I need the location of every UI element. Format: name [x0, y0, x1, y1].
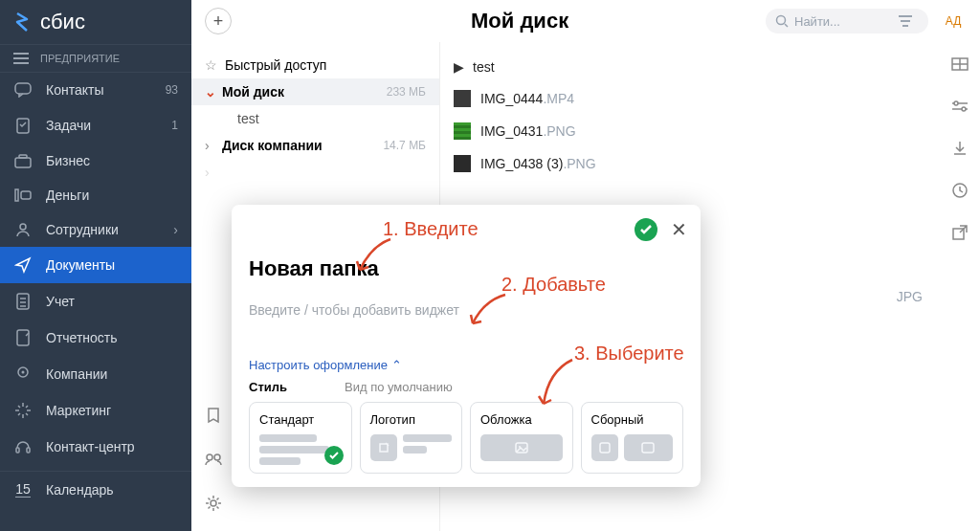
file-thumbnail [454, 122, 471, 140]
svg-point-16 [211, 500, 216, 506]
configure-label: Настроить оформление [249, 358, 388, 372]
nav-label: Документы [46, 257, 115, 273]
nav-label: Календарь [46, 482, 114, 498]
search-input[interactable]: Найти... [766, 9, 928, 33]
people-icon [14, 222, 32, 237]
chat-icon [14, 82, 32, 98]
calendar-date: 15 [15, 481, 31, 498]
tree-size: 14.7 МБ [383, 139, 426, 152]
style-card-standard[interactable]: Стандарт [249, 402, 352, 474]
sidebar-item-documents[interactable]: Документы [0, 247, 191, 283]
nav-label: Отчетность [46, 330, 118, 345]
nav-label: Учет [46, 294, 75, 309]
svg-point-19 [962, 107, 966, 111]
default-view-label: Вид по умолчанию [345, 380, 453, 394]
svg-point-13 [777, 16, 786, 25]
org-selector[interactable]: ПРЕДПРИЯТИЕ [0, 44, 191, 73]
sidebar-item-accounting[interactable]: Учет [0, 283, 191, 320]
gear-icon[interactable] [205, 495, 222, 512]
sidebar-item-contacts[interactable]: Контакты93 [0, 73, 191, 107]
style-label: Стиль [249, 380, 287, 394]
style-card-logo[interactable]: Логотип [360, 402, 463, 474]
chevron-down-icon: ⌄ [205, 84, 218, 100]
headset-icon [14, 438, 32, 455]
tasks-icon [15, 117, 31, 134]
external-link-icon[interactable] [949, 222, 970, 243]
file-name: test [473, 59, 495, 75]
card-title: Сборный [591, 412, 674, 427]
settings-sliders-icon[interactable] [949, 96, 970, 117]
add-button[interactable]: + [205, 8, 232, 34]
history-icon[interactable] [949, 180, 970, 201]
sidebar-item-calendar[interactable]: 15Календарь [0, 471, 191, 507]
svg-rect-3 [19, 155, 27, 158]
report-icon [15, 329, 31, 346]
sidebar-item-contact-center[interactable]: Контакт-центр [0, 429, 191, 465]
view-actions [205, 407, 222, 512]
app-name: сбис [40, 10, 85, 34]
right-tools [949, 54, 970, 243]
svg-point-10 [22, 371, 25, 374]
file-item[interactable]: IMG_0444.MP4 [440, 82, 980, 115]
close-button[interactable]: ✕ [671, 220, 687, 239]
file-name: IMG_0438 (3) [480, 156, 563, 171]
svg-rect-25 [642, 443, 654, 453]
svg-rect-0 [15, 83, 31, 94]
bookmark-icon[interactable] [205, 407, 222, 424]
sidebar-item-money[interactable]: Деньги [0, 178, 191, 212]
file-item[interactable]: IMG_0438 (3).PNG [440, 147, 980, 180]
sidebar-item-marketing[interactable]: Маркетинг [0, 392, 191, 429]
modal-title[interactable]: Новая папка [249, 256, 683, 281]
sidebar-item-business[interactable]: Бизнес [0, 144, 191, 178]
style-card-combined[interactable]: Сборный [581, 402, 684, 474]
tree-item-hidden[interactable]: › [191, 159, 439, 186]
download-icon[interactable] [949, 138, 970, 159]
style-card-cover[interactable]: Обложка [470, 402, 573, 474]
money-icon [14, 188, 32, 202]
file-ext: JPG [897, 289, 923, 304]
file-ext: .PNG [543, 123, 575, 139]
tree-my-disk[interactable]: ⌄Мой диск233 МБ [191, 78, 439, 105]
chevron-right-icon: ▶ [454, 59, 467, 75]
tree-quick-access[interactable]: ☆Быстрый доступ [191, 52, 439, 78]
sidebar-item-employees[interactable]: Сотрудники› [0, 212, 191, 247]
sidebar-item-companies[interactable]: Компании [0, 356, 191, 392]
tree-label: Быстрый доступ [225, 57, 326, 73]
file-ext: .PNG [563, 156, 595, 171]
widget-input[interactable]: Введите / чтобы добавить виджет [249, 302, 683, 318]
sidebar-item-tasks[interactable]: Задачи1 [0, 107, 191, 144]
grid-view-icon[interactable] [949, 54, 970, 75]
tree-subfolder[interactable]: test [191, 105, 439, 132]
nav-label: Маркетинг [46, 403, 111, 418]
check-icon [639, 224, 653, 235]
location-icon [15, 365, 31, 383]
send-icon [14, 256, 32, 274]
selected-check-icon [324, 446, 344, 465]
svg-point-6 [20, 224, 26, 230]
file-item[interactable]: IMG_0431.PNG [440, 115, 980, 147]
star-icon: ☆ [205, 57, 217, 73]
tree-company-disk[interactable]: ›Диск компании14.7 МБ [191, 132, 439, 159]
tree-label: Мой диск [222, 84, 284, 100]
sidebar-item-reports[interactable]: Отчетность [0, 320, 191, 356]
confirm-button[interactable] [635, 218, 657, 241]
file-name: IMG_0431 [480, 123, 543, 139]
app-logo[interactable]: сбис [0, 0, 191, 44]
sidebar: сбис ПРЕДПРИЯТИЕ Контакты93 Задачи1 Бизн… [0, 0, 191, 531]
briefcase-icon [14, 153, 32, 168]
group-icon[interactable] [205, 453, 222, 466]
plus-icon: + [213, 11, 224, 32]
card-title: Стандарт [259, 412, 342, 427]
svg-rect-11 [16, 448, 19, 453]
nav-label: Компании [46, 366, 107, 382]
page-title: Мой диск [471, 9, 568, 33]
svg-point-15 [214, 454, 220, 460]
filter-icon[interactable] [898, 15, 913, 27]
configure-appearance[interactable]: Настроить оформление⌃ [249, 358, 402, 372]
svg-rect-4 [15, 189, 18, 201]
new-folder-modal: ✕ Новая папка Введите / чтобы добавить в… [232, 205, 701, 487]
file-folder[interactable]: ▶test [440, 52, 980, 82]
avatar[interactable]: АД [940, 8, 967, 34]
logo-icon [13, 11, 31, 33]
card-title: Обложка [480, 412, 563, 427]
